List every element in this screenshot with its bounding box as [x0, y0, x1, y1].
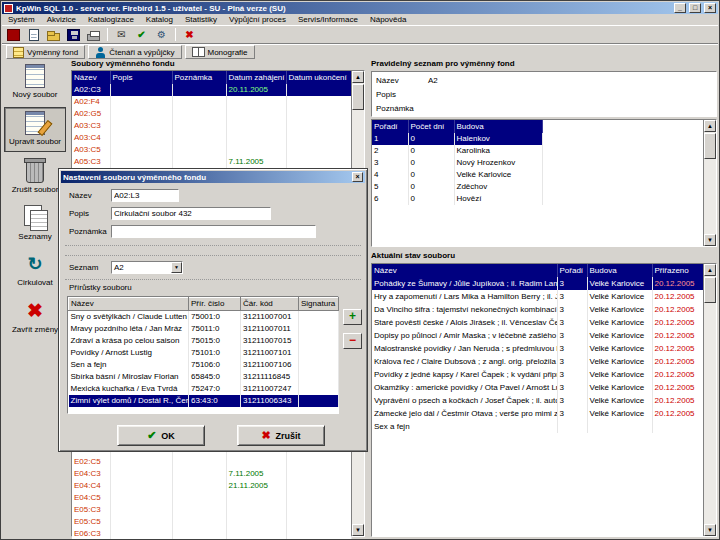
- column-header[interactable]: Počet dní: [408, 120, 454, 133]
- menu-item[interactable]: Katalogizace: [82, 14, 140, 25]
- menu-item[interactable]: Katalog: [140, 14, 179, 25]
- table-row[interactable]: A02:F4: [72, 96, 351, 108]
- seznam-scrollbar[interactable]: ▲ ▼: [703, 120, 716, 246]
- table-row[interactable]: Pohádky ze Šumavy / Jůlie Jupíková ; il.…: [372, 277, 704, 290]
- table-row[interactable]: 4 0 Velké Karlovice: [372, 169, 542, 181]
- table-row[interactable]: Malostranské povídky / Jan Neruda ; s př…: [372, 342, 704, 355]
- scroll-up-button[interactable]: ▲: [704, 264, 716, 276]
- scroll-down-button[interactable]: ▼: [704, 234, 716, 246]
- table-row[interactable]: E05:C5: [72, 516, 351, 528]
- dialog-seznam-select[interactable]: A2 ▼: [111, 261, 183, 274]
- table-row[interactable]: Vyprávění o psech a kočkách / Josef Čape…: [372, 394, 704, 407]
- dialog-titlebar[interactable]: Nastavení souboru výměnného fondu ×: [61, 171, 365, 183]
- window-titlebar[interactable]: KpWin SQL 1.0 - server ver. Firebird 1.5…: [2, 2, 718, 14]
- print-button[interactable]: [84, 27, 103, 43]
- list-item[interactable]: Sen a fejn 75106:0 31211007106: [69, 359, 339, 371]
- list-item[interactable]: Mravy pozdního léta / Jan Mráz 75011:0 3…: [69, 323, 339, 335]
- table-row[interactable]: E04:C5: [72, 492, 351, 504]
- table-row[interactable]: Hry a zapomenutí / Lars Mika a Hamilton …: [372, 290, 704, 303]
- cancel-button[interactable]: ✖ Zrušit: [237, 425, 325, 446]
- confirm-button[interactable]: ✔: [132, 27, 151, 43]
- dialog-close-icon[interactable]: ×: [352, 172, 363, 182]
- table-row[interactable]: E05:C3: [72, 504, 351, 516]
- dialog-nazev-input[interactable]: [111, 189, 179, 202]
- list-item[interactable]: Sbírka básní / Miroslav Florian 65845:0 …: [69, 371, 339, 383]
- table-row[interactable]: A05:C3 7.11.2005: [72, 156, 351, 168]
- add-item-button[interactable]: +: [343, 309, 362, 325]
- maximize-button[interactable]: □: [689, 3, 701, 13]
- table-row[interactable]: 6 0 Hovězí: [372, 193, 542, 205]
- table-row[interactable]: A02:G5: [72, 108, 351, 120]
- sidebar-item-novy-soubor[interactable]: Nový soubor: [4, 60, 66, 105]
- table-row[interactable]: A03:C3: [72, 120, 351, 132]
- column-header[interactable]: Budova: [454, 120, 542, 133]
- table-row[interactable]: Povídky z jedné kapsy / Karel Čapek ; k …: [372, 368, 704, 381]
- cancel-toolbar-button[interactable]: ✖: [180, 27, 199, 43]
- table-row[interactable]: E04:C3 7.11.2005: [72, 468, 351, 480]
- column-header[interactable]: Datum zahájení: [226, 71, 286, 84]
- table-row[interactable]: A03:C5: [72, 144, 351, 156]
- scrollbar-thumb[interactable]: [704, 133, 716, 159]
- menu-item[interactable]: Servis/Informace: [292, 14, 364, 25]
- table-row[interactable]: Staré pověsti české / Alois Jirásek ; il…: [372, 316, 704, 329]
- app-toolbar-button[interactable]: [4, 27, 23, 43]
- tab-vymenny-fond[interactable]: Výměnný fond: [6, 45, 85, 59]
- table-row[interactable]: Okamžiky : americké povídky / Ota Pavel …: [372, 381, 704, 394]
- list-item[interactable]: Povídky / Arnošt Lustig 75101:0 31211007…: [69, 347, 339, 359]
- new-button[interactable]: [24, 27, 43, 43]
- table-row[interactable]: E06:C3: [72, 528, 351, 540]
- scroll-up-button[interactable]: ▲: [704, 120, 716, 132]
- sidebar-item-zrusit-soubor[interactable]: Zrušit soubor: [4, 154, 66, 199]
- chevron-down-icon[interactable]: ▼: [171, 262, 182, 273]
- tab-ctenari-vypujcky[interactable]: Čtenáři a výpůjčky: [88, 45, 181, 59]
- sidebar-item-cirkulovat[interactable]: ↻ Cirkulovat: [4, 248, 66, 293]
- table-row[interactable]: 3 0 Nový Hrozenkov: [372, 157, 542, 169]
- table-row[interactable]: Králova řeč / Claire Dubsová ; z angl. o…: [372, 355, 704, 368]
- list-item[interactable]: Zimní výlet domů / Dostál R., Černík B. …: [69, 395, 339, 407]
- stav-scrollbar[interactable]: ▲ ▼: [703, 264, 716, 536]
- dialog-popis-input[interactable]: [111, 207, 271, 220]
- column-header[interactable]: Datum ukončení: [286, 71, 351, 84]
- menu-item[interactable]: Výpůjční proces: [223, 14, 292, 25]
- scroll-up-button[interactable]: ▲: [352, 71, 364, 83]
- dialog-poznamka-input[interactable]: [111, 225, 316, 238]
- menu-item[interactable]: Statistiky: [179, 14, 223, 25]
- sidebar-item-zavrit-zmeny[interactable]: ✖ Zavřít změny: [4, 295, 66, 340]
- column-header[interactable]: Poznámka: [172, 71, 226, 84]
- table-row[interactable]: Dopisy po půlnoci / Amir Maska ; v léčeb…: [372, 329, 704, 342]
- minimize-button[interactable]: _: [674, 3, 686, 13]
- column-header[interactable]: Název: [69, 298, 189, 311]
- list-item[interactable]: Mexická kuchařka / Eva Tvrdá 75247:0 312…: [69, 383, 339, 395]
- table-row[interactable]: 2 0 Karolinka: [372, 145, 542, 157]
- remove-item-button[interactable]: −: [343, 333, 362, 349]
- column-header[interactable]: Čár. kód: [241, 298, 299, 311]
- column-header[interactable]: Přiřazeno: [652, 264, 704, 277]
- menu-item[interactable]: Nápověda: [364, 14, 412, 25]
- menu-item[interactable]: Akvizice: [41, 14, 82, 25]
- table-row[interactable]: A02:C3 20.11.2005: [72, 84, 351, 96]
- scroll-down-button[interactable]: ▼: [352, 524, 364, 536]
- scrollbar-thumb[interactable]: [704, 277, 716, 303]
- table-row[interactable]: Sex a fejn: [372, 420, 704, 433]
- column-header[interactable]: Popis: [110, 71, 172, 84]
- sidebar-item-seznamy[interactable]: Seznamy: [4, 201, 66, 246]
- ok-button[interactable]: ✔ OK: [117, 425, 205, 446]
- column-header[interactable]: Pořadí: [557, 264, 587, 277]
- mail-button[interactable]: ✉: [112, 27, 131, 43]
- column-header[interactable]: Název: [372, 264, 557, 277]
- tab-monografie[interactable]: Monografie: [185, 45, 255, 59]
- table-row[interactable]: A03:C4: [72, 132, 351, 144]
- scrollbar-thumb[interactable]: [352, 84, 364, 110]
- save-button[interactable]: [64, 27, 83, 43]
- table-row[interactable]: E02:C5: [72, 456, 351, 468]
- table-row[interactable]: Da Vinciho šifra : tajemství nekonečných…: [372, 303, 704, 316]
- table-row[interactable]: Zámecké jelo dál / Čestmír Otava ; verše…: [372, 407, 704, 420]
- menu-item[interactable]: Systém: [2, 14, 41, 25]
- settings-button[interactable]: ⚙: [152, 27, 171, 43]
- column-header[interactable]: Název: [72, 71, 110, 84]
- table-row[interactable]: 1 0 Halenkov: [372, 133, 542, 145]
- table-row[interactable]: E04:C4 21.11.2005: [72, 480, 351, 492]
- list-item[interactable]: Zdraví a krása po celou saison 75015:0 3…: [69, 335, 339, 347]
- column-header[interactable]: Signatura: [299, 298, 339, 311]
- scroll-down-button[interactable]: ▼: [704, 524, 716, 536]
